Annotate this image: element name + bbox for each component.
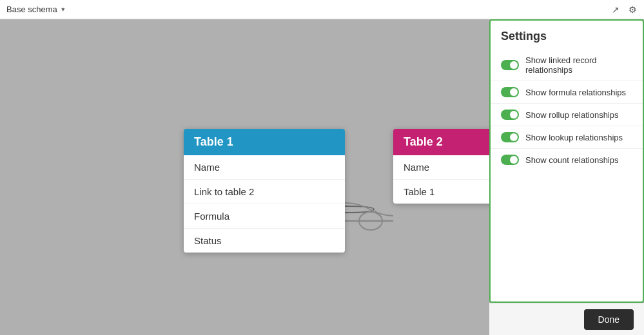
gear-icon[interactable]: ⚙ — [627, 5, 638, 15]
table-row: Formula — [184, 204, 345, 229]
settings-label-count: Show count relationships — [525, 155, 619, 165]
settings-label-formula: Show formula relationships — [525, 88, 626, 97]
settings-label-lookup: Show lookup relationships — [525, 133, 623, 142]
settings-panel: Settings Show linked record relationship… — [489, 19, 644, 303]
settings-item-rollup[interactable]: Show rollup relationships — [491, 104, 643, 126]
external-link-icon[interactable]: ↗ — [610, 5, 621, 15]
settings-label-linked: Show linked record relationships — [525, 55, 632, 75]
settings-item-linked[interactable]: Show linked record relationships — [491, 50, 643, 81]
chevron-icon[interactable]: ▾ — [61, 5, 65, 14]
settings-item-lookup[interactable]: Show lookup relationships — [491, 126, 643, 149]
toggle-formula[interactable] — [501, 87, 519, 97]
toggle-count[interactable] — [501, 155, 519, 165]
toggle-lookup[interactable] — [501, 132, 519, 142]
table-1-card: Table 1 Name Link to table 2 Formula Sta… — [184, 129, 345, 253]
toggle-linked[interactable] — [501, 60, 519, 70]
table-row: Status — [184, 229, 345, 253]
bottom-bar: Done — [489, 303, 644, 335]
table-row: Name — [184, 155, 345, 180]
table-1-body: Name Link to table 2 Formula Status — [184, 155, 345, 253]
settings-item-count[interactable]: Show count relationships — [491, 149, 643, 171]
page-title: Base schema — [6, 5, 57, 14]
settings-item-formula[interactable]: Show formula relationships — [491, 81, 643, 104]
table-1-header: Table 1 — [184, 129, 345, 155]
settings-title: Settings — [491, 21, 643, 50]
svg-point-0 — [359, 212, 382, 230]
top-bar-icons: ↗ ⚙ — [610, 5, 638, 15]
toggle-rollup[interactable] — [501, 110, 519, 120]
top-bar: Base schema ▾ ↗ ⚙ — [0, 0, 644, 19]
table-row: Link to table 2 — [184, 180, 345, 204]
schema-canvas: Table 1 Name Link to table 2 Formula Sta… — [0, 19, 476, 335]
settings-label-rollup: Show rollup relationships — [525, 110, 619, 120]
done-button[interactable]: Done — [584, 309, 634, 330]
